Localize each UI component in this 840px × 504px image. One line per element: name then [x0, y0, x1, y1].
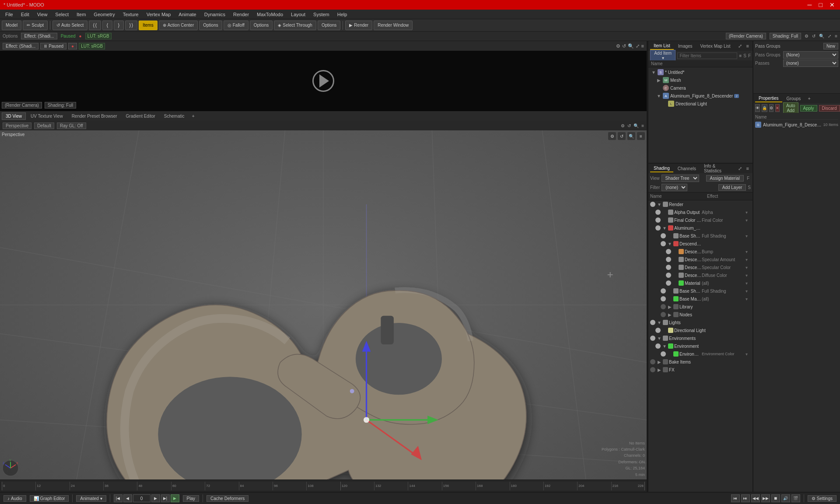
camera-value[interactable]: (Render Camera) — [726, 33, 766, 39]
maximize-btn[interactable]: □ — [817, 1, 824, 8]
bb-ctrl-2[interactable]: ⏭ — [741, 494, 750, 502]
sh-final-color[interactable]: Final Color Output Final Color ▾ — [648, 216, 752, 224]
rec-btn[interactable]: ● — [68, 43, 77, 49]
sh-descender-mat[interactable]: ▼ Descender_metal_MAT — [648, 240, 752, 248]
sh-bake-items[interactable]: ▶ Bake Items — [648, 358, 752, 366]
tab-render-preset[interactable]: Render Preset Browser — [68, 112, 121, 120]
sh-lights[interactable]: ▼ Lights — [648, 318, 752, 326]
transport-play[interactable]: ▶ — [171, 494, 179, 502]
bb-ctrl-7[interactable]: 🎬 — [791, 494, 800, 502]
filter-items-input[interactable] — [677, 52, 737, 59]
tab-vertex-map[interactable]: Vertex Map List — [697, 43, 734, 49]
shading-F-btn[interactable]: F — [746, 176, 751, 181]
sh-fx[interactable]: ▶ FX — [648, 366, 752, 374]
close-btn[interactable]: ✕ — [828, 1, 836, 8]
menu-view[interactable]: View — [34, 11, 51, 18]
sh-dsa-vis[interactable] — [666, 257, 671, 262]
menu-maxtomodo[interactable]: MaxToModo — [253, 11, 287, 18]
shader-tree-select[interactable]: Shader Tree — [662, 175, 699, 182]
refresh-icon[interactable]: ↺ — [812, 34, 816, 38]
assign-material-btn[interactable]: Assign Material — [706, 175, 744, 182]
tab-gradient[interactable]: Gradient Editor — [122, 112, 159, 120]
sh-library[interactable]: ▶ Library — [648, 303, 752, 311]
tab-3dview[interactable]: 3D View — [2, 112, 26, 120]
sh-env-vis[interactable] — [650, 336, 655, 341]
sculpt-btn[interactable]: ✏ Sculpt — [23, 21, 48, 30]
add-layer-btn[interactable]: Add Layer — [718, 184, 746, 191]
tab-shading[interactable]: Shading — [650, 165, 673, 172]
menu-render[interactable]: Render — [230, 11, 252, 18]
menu-geometry[interactable]: Geometry — [90, 11, 118, 18]
animated-btn[interactable]: Animated ▾ — [76, 495, 106, 502]
panel-menu-icon[interactable]: ≡ — [745, 43, 751, 49]
preview-expand-icon[interactable]: ⤢ — [636, 43, 640, 49]
sh-material[interactable]: Material (all) ▾ — [648, 279, 752, 287]
search-icon-1[interactable]: 🔍 — [819, 34, 824, 38]
st-options-btn[interactable]: Options — [318, 21, 340, 30]
play-btn[interactable]: Play — [183, 495, 199, 502]
menu-texture[interactable]: Texture — [119, 11, 142, 18]
menu-item[interactable]: Item — [73, 11, 89, 18]
sh-bs1-vis[interactable] — [661, 233, 666, 238]
transport-prev[interactable]: ◀ — [123, 494, 132, 502]
sh-environment-material[interactable]: Environment Material Environment Color ▾ — [648, 350, 752, 358]
vp-zoom-btn[interactable]: 🔍 — [627, 132, 635, 140]
sh-render-vis[interactable] — [650, 202, 655, 207]
bb-ctrl-5[interactable]: ⏹ — [771, 494, 780, 502]
settings-btn[interactable]: ⚙ Settings — [808, 495, 836, 502]
minimize-btn[interactable]: ─ — [806, 1, 814, 8]
sh-alu-vis[interactable] — [655, 225, 661, 231]
auto-add-btn[interactable]: Auto Add — [783, 102, 798, 114]
transport-next-end[interactable]: ▶| — [161, 494, 170, 502]
sh-nodes-vis[interactable] — [661, 312, 666, 317]
settings-icon-1[interactable]: ⚙ — [805, 34, 808, 38]
sh-alpha-vis[interactable] — [655, 210, 661, 215]
sh-alpha-output[interactable]: Alpha Output Alpha ▾ — [648, 208, 752, 216]
vp-settings-icon[interactable]: ⚙ — [621, 123, 625, 128]
falloff-options-btn[interactable]: Options — [250, 21, 273, 30]
sh-dsc-vis[interactable] — [666, 265, 671, 270]
viewport-canvas[interactable]: + Perspective ⚙ ↺ 🔍 ≡ No Items Polygons … — [0, 130, 647, 480]
sh-lib-vis[interactable] — [661, 304, 666, 309]
sh-bs2-vis[interactable] — [661, 288, 666, 294]
tab-info-stats[interactable]: Info & Statistics — [700, 164, 735, 174]
tab-schematic[interactable]: Schematic — [160, 112, 189, 120]
menu-file[interactable]: File — [2, 11, 17, 18]
prop-group-item[interactable]: G Aluminum_Figure_8_Descen... 10 Items — [755, 121, 838, 129]
tab-properties[interactable]: Properties — [755, 95, 782, 102]
shading-value[interactable]: Shading: Full — [770, 33, 801, 39]
vp-more-btn[interactable]: ≡ — [637, 132, 645, 140]
menu-select[interactable]: Select — [52, 11, 72, 18]
filter-select[interactable]: (none) — [662, 184, 687, 191]
menu-vertexmap[interactable]: Vertex Map — [143, 11, 175, 18]
vp-search-icon[interactable]: 🔍 — [634, 123, 639, 128]
discard-btn[interactable]: Discard — [819, 105, 840, 112]
transport-next[interactable]: ▶ — [151, 494, 160, 502]
sh-bm-vis[interactable] — [661, 296, 666, 301]
bb-ctrl-1[interactable]: ⏮ — [731, 494, 740, 502]
sh-nodes[interactable]: ▶ Nodes — [648, 311, 752, 318]
style-label[interactable]: Default — [34, 122, 54, 129]
sh-environments[interactable]: ▼ Environments — [648, 334, 752, 342]
graph-editor-btn[interactable]: 📊 Graph Editor — [30, 495, 69, 502]
sh-final-vis[interactable] — [655, 217, 661, 223]
audio-btn[interactable]: ♪ Audio — [4, 495, 26, 502]
sh-dd-vis[interactable] — [666, 273, 671, 278]
prop-settings-btn[interactable]: ⚙ — [769, 104, 774, 112]
effect-value[interactable]: Effect: (Shadi... — [21, 33, 57, 39]
preview-menu-icon[interactable]: ≡ — [641, 43, 644, 49]
titlebar-controls[interactable]: ─ □ ✕ — [806, 1, 836, 8]
sh-environment[interactable]: ▼ Environment — [648, 342, 752, 350]
sh-descender-diffuse[interactable]: Descender_metal_Dif... Diffuse Color ▾ — [648, 271, 752, 279]
sh-bi-vis[interactable] — [650, 359, 655, 364]
sh-fx-vis[interactable] — [650, 367, 655, 372]
action-center-btn[interactable]: ⊕ Action Center — [159, 21, 198, 30]
render-camera-label[interactable]: (Render Camera) — [2, 102, 42, 108]
falloff-btn[interactable]: ◎ Falloff — [224, 21, 248, 30]
prop-x-btn[interactable]: ✕ — [775, 104, 780, 112]
bb-ctrl-6[interactable]: 🔊 — [781, 494, 790, 502]
sh-dm-vis[interactable] — [661, 241, 666, 246]
nav-btn-4[interactable]: ⟩⟩ — [125, 21, 137, 30]
vp-settings-btn[interactable]: ⚙ — [608, 132, 616, 140]
add-viewport-tab[interactable]: + — [189, 112, 197, 119]
